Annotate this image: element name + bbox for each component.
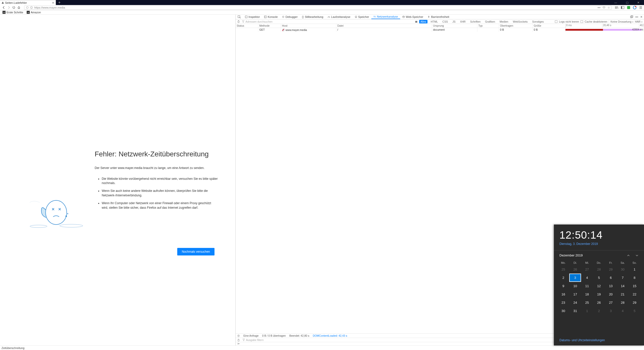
calendar-prev-icon[interactable] bbox=[627, 254, 630, 257]
calendar-day[interactable]: 30 bbox=[617, 265, 629, 274]
calendar-day[interactable]: 19 bbox=[593, 290, 605, 298]
url-bar[interactable]: i https://www.mayer.media ••• ☆ bbox=[24, 6, 612, 10]
filter-chip-css[interactable]: CSS bbox=[441, 20, 449, 23]
filter-chip-js[interactable]: JS bbox=[451, 20, 457, 23]
calendar-day[interactable]: 25 bbox=[557, 265, 569, 274]
sidebar-icon[interactable] bbox=[621, 6, 624, 9]
reader-pocket-icon[interactable] bbox=[602, 6, 605, 9]
bookmark-amazon[interactable]: aAmazon bbox=[27, 11, 41, 14]
extension-blue-icon[interactable] bbox=[633, 6, 636, 9]
window-minimize-button[interactable]: — bbox=[610, 0, 621, 5]
home-button[interactable] bbox=[17, 5, 21, 10]
col-status[interactable]: Status bbox=[236, 24, 258, 28]
col-host[interactable]: Host bbox=[281, 24, 336, 28]
calendar-day[interactable]: 24 bbox=[569, 298, 581, 307]
calendar-day[interactable]: 16 bbox=[557, 290, 569, 298]
calendar-day[interactable]: 6 bbox=[605, 274, 617, 282]
tab-storage[interactable]: Web-Speicher bbox=[400, 15, 426, 19]
calendar-day[interactable]: 29 bbox=[629, 298, 640, 307]
calendar-day[interactable]: 23 bbox=[557, 298, 569, 307]
calendar-day[interactable]: 26 bbox=[569, 265, 581, 274]
calendar-day[interactable]: 27 bbox=[581, 265, 593, 274]
calendar-day[interactable]: 21 bbox=[617, 290, 629, 298]
bookmark-erste-schritte[interactable]: mErste Schritte bbox=[3, 11, 23, 14]
disable-cache-checkbox[interactable] bbox=[581, 20, 583, 23]
forward-button[interactable] bbox=[7, 5, 11, 10]
devtools-close-icon[interactable]: ✕ bbox=[640, 15, 642, 19]
tab-network[interactable]: Netzwerkanalyse bbox=[371, 15, 400, 19]
calendar-day[interactable]: 7 bbox=[617, 274, 629, 282]
calendar-day[interactable]: 5 bbox=[593, 274, 605, 282]
persist-logs-checkbox[interactable] bbox=[555, 20, 557, 23]
calendar-day[interactable]: 1 bbox=[629, 265, 640, 274]
calendar-day[interactable]: 29 bbox=[605, 265, 617, 274]
clear-icon[interactable] bbox=[237, 20, 240, 23]
status-gear-icon[interactable] bbox=[237, 334, 240, 337]
retry-button[interactable]: Nochmals versuchen bbox=[177, 248, 214, 255]
devtools-dock-icon[interactable] bbox=[630, 15, 633, 18]
datetime-settings-link[interactable]: Datums- und Uhrzeiteinstellungen bbox=[559, 338, 605, 342]
calendar-day[interactable]: 3 bbox=[569, 274, 581, 282]
calendar-day[interactable]: 13 bbox=[605, 282, 617, 290]
library-icon[interactable] bbox=[615, 6, 618, 9]
col-size[interactable]: Größe bbox=[533, 24, 565, 28]
calendar-day[interactable]: 14 bbox=[617, 282, 629, 290]
calendar-day[interactable]: 15 bbox=[629, 282, 640, 290]
calendar-day[interactable]: 5 bbox=[629, 307, 640, 315]
calendar-day[interactable]: 17 bbox=[569, 290, 581, 298]
tab-memory[interactable]: Speicher bbox=[353, 15, 371, 19]
calendar-day[interactable]: 28 bbox=[593, 265, 605, 274]
calendar-day[interactable]: 2 bbox=[557, 274, 569, 282]
calendar-day[interactable]: 27 bbox=[605, 298, 617, 307]
calendar-day[interactable]: 2 bbox=[593, 307, 605, 315]
newtab-button[interactable]: + bbox=[56, 0, 63, 5]
throttle-select[interactable]: Keine Drosselung ▾ bbox=[609, 20, 633, 23]
devtools-picker-icon[interactable] bbox=[236, 15, 243, 19]
calendar-day[interactable]: 4 bbox=[617, 307, 629, 315]
devtools-menu-icon[interactable]: ••• bbox=[635, 15, 638, 18]
filter-chip-html[interactable]: HTML bbox=[430, 20, 439, 23]
calendar-month[interactable]: Dezember 2019 bbox=[559, 253, 583, 257]
tab-close-icon[interactable]: × bbox=[52, 1, 54, 5]
calendar-day[interactable]: 28 bbox=[617, 298, 629, 307]
tab-style[interactable]: {}Stilbearbeitung bbox=[300, 15, 326, 19]
col-xfer[interactable]: Übertragen bbox=[499, 24, 533, 28]
col-type[interactable]: Typ bbox=[477, 24, 499, 28]
calendar-day[interactable]: 11 bbox=[581, 282, 593, 290]
filter-input[interactable]: Adressen durchsuchen bbox=[242, 20, 413, 23]
calendar-day[interactable]: 22 bbox=[629, 290, 640, 298]
calendar-day[interactable]: 31 bbox=[569, 307, 581, 315]
clock-date[interactable]: Dienstag, 3. Dezember 2019 bbox=[554, 241, 644, 250]
filter-chip-ws[interactable]: WebSockets bbox=[512, 20, 529, 23]
calendar-day[interactable]: 25 bbox=[581, 298, 593, 307]
console-clear-icon[interactable] bbox=[237, 339, 240, 341]
calendar-day[interactable]: 30 bbox=[557, 307, 569, 315]
filter-chip-other[interactable]: Sonstiges bbox=[531, 20, 545, 23]
pause-icon[interactable]: ▮▮ bbox=[415, 20, 417, 23]
col-origin[interactable]: Ursprung bbox=[432, 24, 477, 28]
reload-button[interactable] bbox=[12, 5, 16, 10]
calendar-day[interactable]: 18 bbox=[581, 290, 593, 298]
extension-green-icon[interactable] bbox=[627, 6, 630, 9]
browser-tab[interactable]: Seiten-Ladefehler × bbox=[0, 0, 56, 5]
filter-chip-graphics[interactable]: Grafiken bbox=[484, 20, 496, 23]
tab-inspector[interactable]: Inspektor bbox=[243, 15, 262, 19]
calendar-day[interactable]: 20 bbox=[605, 290, 617, 298]
calendar-day[interactable]: 26 bbox=[593, 298, 605, 307]
calendar-next-icon[interactable] bbox=[635, 254, 638, 257]
tab-debugger[interactable]: Debugger bbox=[280, 15, 300, 19]
tab-perf[interactable]: Laufzeitanalyse bbox=[326, 15, 352, 19]
console-filter-input[interactable]: Ausgabe filtern bbox=[242, 338, 264, 341]
filter-chip-media[interactable]: Medien bbox=[498, 20, 510, 23]
col-file[interactable]: Datei bbox=[336, 24, 432, 28]
tab-a11y[interactable]: Barrierefreiheit bbox=[425, 15, 451, 19]
filter-chip-xhr[interactable]: XHR bbox=[459, 20, 467, 23]
calendar-day[interactable]: 3 bbox=[605, 307, 617, 315]
calendar-day[interactable]: 1 bbox=[581, 307, 593, 315]
har-menu[interactable]: HAR ▾ bbox=[635, 20, 642, 23]
window-maximize-button[interactable]: ▢ bbox=[621, 0, 633, 5]
calendar-day[interactable]: 4 bbox=[581, 274, 593, 282]
app-menu-icon[interactable] bbox=[639, 6, 642, 9]
back-button[interactable] bbox=[2, 5, 6, 10]
col-method[interactable]: Methode bbox=[258, 24, 281, 28]
